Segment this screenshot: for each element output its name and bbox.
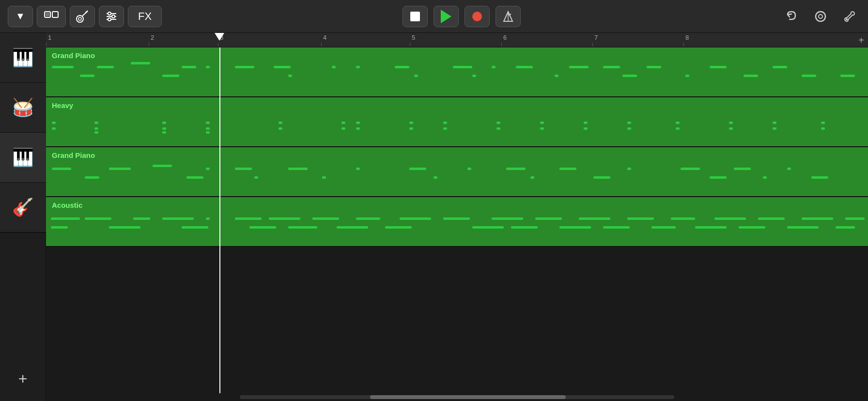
scrollbar-track[interactable] [240,395,674,399]
ruler-num-4: 4 [321,33,326,43]
note [249,226,276,229]
note [739,226,765,229]
note [443,217,470,220]
note [530,176,534,179]
scrollbar-thumb[interactable] [370,395,566,399]
ruler-tick-2 [149,43,149,46]
notes-layer-grand-piano-1 [46,47,868,96]
note [133,217,150,220]
mixer-button[interactable] [99,6,124,27]
note [414,75,418,77]
notes-layer-grand-piano-2 [46,147,868,196]
timeline-area: 1 2 3 4 5 [46,33,868,401]
mixer-icon [105,10,118,23]
note [787,226,819,229]
note [676,122,680,124]
svg-rect-1 [52,12,58,17]
undo-button[interactable] [781,6,802,27]
note [51,226,68,229]
note [356,217,380,220]
svg-point-17 [819,15,822,18]
note [206,122,210,124]
note [206,127,210,130]
playhead-line [219,47,220,393]
sidebar: 🎹 🥁 🎹 🎸 + [0,33,46,401]
fx-button[interactable]: FX [128,6,162,27]
settings-button[interactable] [839,6,860,27]
stop-button[interactable] [403,6,428,27]
note [434,176,437,179]
add-section-button[interactable]: + [858,34,864,46]
instrument-button[interactable] [70,6,95,27]
scrollbar-area [46,393,868,401]
track-label-grand-piano-1: Grand Piano [52,51,95,60]
note [443,127,447,130]
track-heavy[interactable]: Heavy [46,97,868,147]
note [467,168,471,170]
main-area: 🎹 🥁 🎹 🎸 + 1 2 [0,33,868,401]
note [182,226,208,229]
note [472,75,476,77]
smart-controls-icon [44,10,59,23]
note [341,122,345,124]
dropdown-button[interactable]: ▼ [8,6,33,27]
note [356,168,360,170]
track-thumb-acoustic[interactable]: 🎸 [0,183,46,232]
note [758,217,785,220]
note [676,127,680,130]
note [186,176,203,179]
ruler-num-1: 1 [46,33,51,43]
track-thumb-grand-piano-1[interactable]: 🎹 [0,33,46,83]
note [94,127,98,130]
record-button[interactable] [465,6,490,27]
note [773,122,776,124]
note [511,226,538,229]
dropdown-icon: ▼ [16,11,25,22]
note [337,226,368,229]
ruler-mark-8: 8 [683,33,689,46]
svg-point-18 [846,18,848,20]
note [627,168,631,170]
note [356,66,360,68]
fx-label: FX [138,10,152,23]
play-icon [441,10,451,23]
ruler-tick-8 [683,43,684,46]
tracks-container: Grand Piano [46,47,868,393]
note [584,127,588,130]
note [671,217,695,220]
ruler-mark-7: 7 [592,33,598,46]
ruler-tick-3 [218,43,218,46]
note [802,217,833,220]
loop-button[interactable] [810,6,831,27]
note [279,122,282,124]
note [773,127,776,130]
smart-controls-button[interactable] [37,6,66,27]
note [540,127,544,130]
note [627,217,654,220]
svg-point-11 [108,12,111,15]
note [821,122,825,124]
note [206,131,210,134]
guitar-icon-2: 🎸 [12,199,34,216]
note [206,66,210,68]
note [235,217,262,220]
track-grand-piano-1[interactable]: Grand Piano [46,47,868,97]
playhead-marker[interactable] [215,33,224,41]
track-acoustic[interactable]: Acoustic [46,197,868,247]
ruler-mark-4: 4 [321,33,326,46]
track-thumb-heavy[interactable]: 🥁 [0,83,46,133]
note [312,217,339,220]
note [647,66,661,68]
note [162,75,179,77]
undo-icon [785,10,798,23]
track-label-grand-piano-2: Grand Piano [52,151,95,159]
track-grand-piano-2[interactable]: Grand Piano [46,147,868,197]
note [356,122,360,124]
metronome-button[interactable] [496,6,521,27]
play-button[interactable] [434,6,459,27]
note [109,168,131,170]
add-track-button[interactable]: + [12,368,33,389]
note [52,127,56,130]
track-thumb-grand-piano-2[interactable]: 🎹 [0,133,46,183]
note [322,176,326,179]
